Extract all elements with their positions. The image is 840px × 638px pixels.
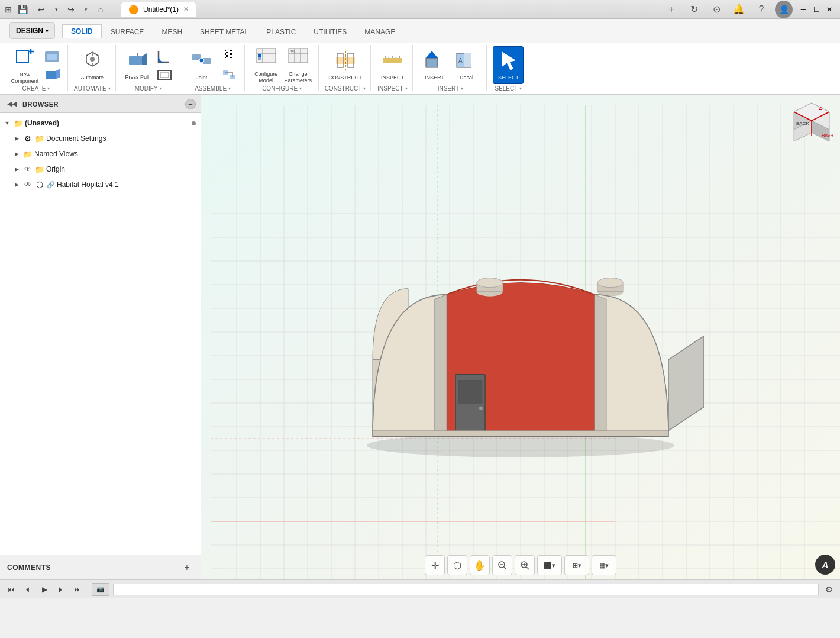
pivot-button[interactable]: ✛ bbox=[425, 555, 445, 575]
modify-group-label: MODIFY ▾ bbox=[135, 85, 162, 92]
select-button[interactable]: SELECT bbox=[493, 46, 524, 84]
ground-button[interactable] bbox=[218, 66, 240, 83]
tree-origin-toggle[interactable]: ▶ bbox=[12, 165, 21, 174]
create-form-button[interactable] bbox=[41, 47, 63, 65]
configure-arrow-icon: ▾ bbox=[299, 86, 302, 91]
create-buttons: NewComponent bbox=[9, 46, 63, 84]
create-form-icon bbox=[44, 49, 60, 67]
automate-buttons: Automate bbox=[77, 46, 108, 84]
display-mode-button[interactable]: ⬛▾ bbox=[537, 555, 562, 575]
tab-mesh[interactable]: MESH bbox=[153, 25, 191, 38]
viewport-bottom-toolbar: ✛ ⬡ ✋ ⬛▾ ⊞▾ ▦▾ bbox=[201, 551, 840, 579]
document-tab[interactable]: 🟠 Untitled*(1) ✕ bbox=[121, 2, 196, 17]
insert-group-label: INSERT ▾ bbox=[438, 85, 464, 92]
zoom-fit-button[interactable] bbox=[492, 555, 512, 575]
configure-model-button[interactable]: ConfigureModel bbox=[251, 46, 282, 84]
tree-habitat-eye-icon[interactable]: 👁 bbox=[22, 179, 33, 190]
tree-item-document-settings[interactable]: ▶ ⚙ 📁 Document Settings bbox=[0, 131, 201, 146]
design-dropdown-button[interactable]: DESIGN ▾ bbox=[9, 22, 55, 39]
joint-button[interactable]: Joint bbox=[186, 46, 217, 84]
tab-solid[interactable]: SOLID bbox=[62, 24, 102, 38]
shell-button[interactable] bbox=[154, 66, 175, 83]
svg-rect-0 bbox=[17, 51, 28, 63]
design-label: DESIGN bbox=[16, 27, 43, 35]
tree-origin-eye-icon[interactable]: 👁 bbox=[22, 164, 33, 175]
svg-point-101 bbox=[367, 434, 674, 457]
insert-icon bbox=[424, 50, 445, 73]
tab-surface[interactable]: SURFACE bbox=[102, 25, 153, 38]
tree-origin-label: Origin bbox=[46, 165, 198, 173]
tab-sheet-metal[interactable]: SHEET METAL bbox=[191, 25, 257, 38]
undo-button[interactable]: ↩ bbox=[33, 1, 50, 18]
midplane-button[interactable]: CONSTRUCT bbox=[330, 46, 361, 84]
change-parameters-button[interactable]: f(x) ChangeParameters bbox=[283, 46, 314, 84]
extrude-button[interactable] bbox=[41, 66, 63, 83]
refresh-button[interactable]: ↻ bbox=[685, 1, 703, 18]
tree-item-habitat-hopital[interactable]: ▶ 👁 ⬡ 🔗 Habitat Hopital v4:1 bbox=[0, 177, 201, 192]
timeline-camera-button[interactable]: 📷 bbox=[92, 583, 109, 596]
svg-marker-6 bbox=[56, 69, 60, 79]
tree-habitat-toggle[interactable]: ▶ bbox=[12, 180, 21, 189]
viewport[interactable]: Z RIGHT BACK ✛ ⬡ ✋ bbox=[201, 95, 840, 579]
tree-root-item[interactable]: ▼ 📁 (Unsaved) ⏺ bbox=[0, 115, 201, 131]
user-avatar[interactable]: 👤 bbox=[775, 1, 793, 18]
tree-named-views-toggle[interactable]: ▶ bbox=[12, 149, 21, 159]
insert-label: INSERT bbox=[425, 75, 444, 81]
3d-model bbox=[337, 236, 704, 462]
tab-close-button[interactable]: ✕ bbox=[183, 5, 189, 13]
tree-root-toggle[interactable]: ▼ bbox=[2, 118, 12, 128]
svg-line-128 bbox=[504, 567, 506, 569]
redo-button[interactable]: ↪ bbox=[63, 1, 79, 18]
grid-button[interactable]: ⊞▾ bbox=[564, 555, 589, 575]
tab-utilities[interactable]: UTILITIES bbox=[305, 25, 356, 38]
tree-doc-toggle[interactable]: ▶ bbox=[12, 134, 21, 143]
title-bar: ⊞ 💾 ↩ ▾ ↪ ▾ ⌂ 🟠 Untitled*(1) ✕ + ↻ ⊙ 🔔 ?… bbox=[0, 0, 840, 19]
help-button[interactable]: ? bbox=[752, 1, 770, 18]
notifications-button[interactable]: 🔔 bbox=[730, 1, 748, 18]
browser-back-button[interactable]: ◀◀ bbox=[5, 99, 19, 109]
tree-item-named-views[interactable]: ▶ 📁 Named Views bbox=[0, 146, 201, 162]
ribbon-group-insert: INSERT A Decal INSERT ▾ bbox=[414, 45, 487, 91]
history-button[interactable]: ⊙ bbox=[707, 1, 725, 18]
undo-dropdown[interactable]: ▾ bbox=[52, 1, 60, 18]
browser-tree: ▼ 📁 (Unsaved) ⏺ ▶ ⚙ 📁 Document Settings … bbox=[0, 113, 201, 555]
tab-plastic[interactable]: PLASTIC bbox=[257, 25, 305, 38]
new-tab-button[interactable]: + bbox=[663, 1, 680, 18]
timeline-last-button[interactable]: ⏭ bbox=[71, 583, 84, 596]
tab-manage[interactable]: MANAGE bbox=[356, 25, 404, 38]
tree-doc-folder-icon: 📁 bbox=[34, 133, 45, 144]
view-options-button[interactable]: ▦▾ bbox=[592, 555, 616, 575]
maximize-button[interactable]: ☐ bbox=[810, 4, 822, 15]
press-pull-button[interactable]: Press Pull bbox=[122, 46, 153, 84]
fillet-button[interactable] bbox=[154, 47, 175, 65]
tree-root-record-icon: ⏺ bbox=[189, 118, 198, 128]
redo-dropdown[interactable]: ▾ bbox=[82, 1, 90, 18]
as-built-joint-button[interactable]: ⛓ bbox=[218, 47, 240, 65]
browser-collapse-button[interactable]: ─ bbox=[185, 99, 196, 109]
tree-item-origin[interactable]: ▶ 👁 📁 Origin bbox=[0, 162, 201, 177]
save-button[interactable]: 💾 bbox=[14, 1, 31, 18]
tree-habitat-label: Habitat Hopital v4:1 bbox=[57, 181, 198, 189]
browser-panel: ◀◀ BROWSER ─ ▼ 📁 (Unsaved) ⏺ ▶ ⚙ 📁 Docum… bbox=[0, 95, 201, 579]
close-button[interactable]: ✕ bbox=[823, 4, 835, 15]
new-component-button[interactable]: NewComponent bbox=[9, 46, 40, 84]
decal-button[interactable]: A Decal bbox=[451, 46, 482, 84]
as-built-joint-icon: ⛓ bbox=[224, 49, 234, 60]
ground-icon bbox=[221, 67, 237, 85]
comments-add-button[interactable]: + bbox=[180, 561, 193, 574]
measure-button[interactable]: INSPECT bbox=[377, 46, 408, 84]
axis-cube[interactable]: Z RIGHT BACK bbox=[788, 100, 835, 147]
timeline-step-fwd-button[interactable]: ⏵ bbox=[54, 583, 67, 596]
timeline-first-button[interactable]: ⏮ bbox=[5, 583, 18, 596]
display-settings-button[interactable]: ⬡ bbox=[447, 555, 467, 575]
timeline-track[interactable] bbox=[113, 584, 819, 595]
zoom-button[interactable] bbox=[515, 555, 535, 575]
insert-button[interactable]: INSERT bbox=[419, 46, 450, 84]
timeline-play-button[interactable]: ▶ bbox=[38, 583, 51, 596]
home-button[interactable]: ⌂ bbox=[92, 1, 109, 18]
minimize-button[interactable]: ─ bbox=[797, 4, 809, 15]
pan-button[interactable]: ✋ bbox=[470, 555, 490, 575]
timeline-step-back-button[interactable]: ⏴ bbox=[21, 583, 34, 596]
automate-button[interactable]: Automate bbox=[77, 46, 108, 84]
timeline-settings-button[interactable]: ⚙ bbox=[822, 583, 835, 596]
